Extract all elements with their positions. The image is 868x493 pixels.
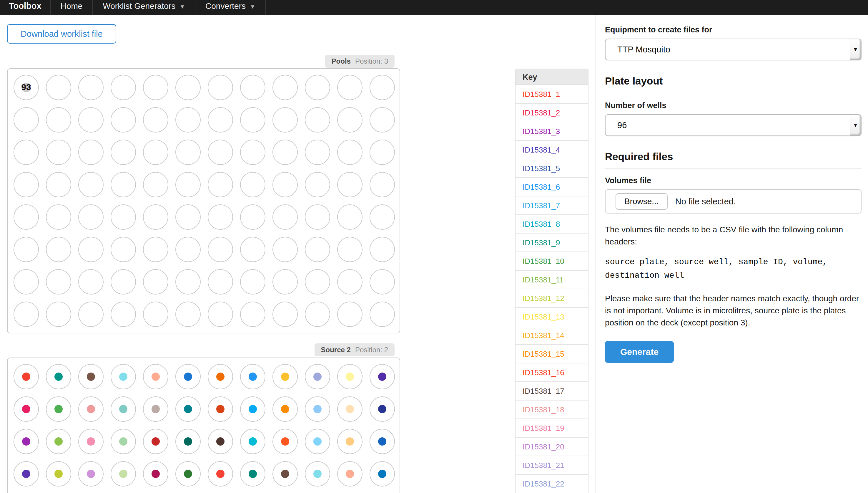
well xyxy=(143,364,168,389)
well xyxy=(337,302,363,327)
well xyxy=(208,396,233,422)
equipment-select[interactable]: TTP Mosquito ▼ xyxy=(605,39,862,60)
pools-plate-label: Pools Position: 3 xyxy=(325,55,394,68)
well xyxy=(175,172,201,197)
well xyxy=(46,107,71,132)
well xyxy=(370,107,395,132)
sample-dot xyxy=(216,372,225,381)
well xyxy=(208,461,233,487)
well xyxy=(175,461,201,487)
key-row: ID15381_1 xyxy=(516,85,588,104)
source-wells xyxy=(8,358,399,492)
well xyxy=(143,461,168,487)
well xyxy=(46,172,71,197)
well xyxy=(305,461,330,487)
key-table-header: Key xyxy=(516,69,588,85)
sample-dot xyxy=(54,405,63,413)
well xyxy=(111,237,136,262)
well xyxy=(370,75,395,100)
sample-dot xyxy=(152,372,160,381)
sample-dot xyxy=(152,405,160,413)
well xyxy=(46,237,71,262)
sample-dot xyxy=(87,372,95,381)
navbar-brand[interactable]: Toolbox xyxy=(0,0,51,15)
well xyxy=(337,107,363,132)
well xyxy=(272,269,298,295)
sample-dot xyxy=(281,470,289,478)
well xyxy=(240,107,266,132)
nav-item-converters[interactable]: Converters ▼ xyxy=(196,0,266,15)
well xyxy=(305,237,330,262)
nav-item-home[interactable]: Home xyxy=(51,0,93,15)
sample-dot xyxy=(119,470,128,478)
well xyxy=(175,237,201,262)
well xyxy=(78,269,104,295)
well xyxy=(14,237,39,262)
sample-dot xyxy=(346,372,354,381)
well xyxy=(240,302,266,327)
sample-dot xyxy=(87,470,95,478)
navbar: Toolbox Home Worklist Generators ▼ Conve… xyxy=(0,0,868,15)
key-row: ID15381_4 xyxy=(516,141,588,159)
well xyxy=(240,205,266,230)
generate-button[interactable]: Generate xyxy=(605,341,674,363)
well xyxy=(272,461,298,487)
well xyxy=(208,75,233,100)
well xyxy=(143,302,168,327)
chevron-down-icon: ▼ xyxy=(853,122,858,128)
well xyxy=(370,429,395,454)
sample-dot xyxy=(54,470,63,478)
well xyxy=(78,205,104,230)
nav-item-label: Worklist Generators xyxy=(103,1,175,11)
well xyxy=(208,237,233,262)
well xyxy=(305,269,330,295)
csv-headers-code: source plate, source well, sample ID, vo… xyxy=(605,255,862,282)
settings-panel: Equipment to create files for TTP Mosqui… xyxy=(605,15,862,363)
well xyxy=(78,237,104,262)
well xyxy=(305,172,330,197)
well xyxy=(208,269,233,295)
well xyxy=(240,461,266,487)
key-row: ID15381_9 xyxy=(516,234,588,252)
well xyxy=(272,205,298,230)
number-of-wells-select[interactable]: 96 ▼ xyxy=(605,114,862,136)
well xyxy=(14,172,39,197)
key-row: ID15381_17 xyxy=(516,382,588,401)
download-worklist-button[interactable]: Download worklist file xyxy=(7,24,116,44)
sample-dot xyxy=(249,372,257,381)
well xyxy=(14,107,39,132)
well xyxy=(370,269,395,295)
sample-dot xyxy=(22,470,30,478)
key-row: ID15381_18 xyxy=(516,401,588,419)
well xyxy=(111,172,136,197)
well xyxy=(208,140,233,165)
well xyxy=(78,302,104,327)
well xyxy=(208,205,233,230)
key-row: ID15381_12 xyxy=(516,289,588,308)
key-row: ID15381_11 xyxy=(516,271,588,289)
well xyxy=(78,172,104,197)
sample-dot xyxy=(313,470,322,478)
well xyxy=(143,75,168,100)
nav-item-label: Converters xyxy=(205,1,246,11)
browse-button[interactable]: Browse... xyxy=(616,193,668,210)
nav-item-worklist-generators[interactable]: Worklist Generators ▼ xyxy=(93,0,196,15)
well xyxy=(208,107,233,132)
well xyxy=(240,237,266,262)
well xyxy=(46,429,71,454)
sample-dot xyxy=(249,437,257,446)
well: 93 xyxy=(14,75,39,100)
well xyxy=(240,429,266,454)
well xyxy=(175,75,201,100)
well xyxy=(305,302,330,327)
volumes-file-input[interactable]: Browse... No file selected. xyxy=(605,189,862,214)
well xyxy=(78,461,104,487)
well xyxy=(78,107,104,132)
well xyxy=(175,396,201,422)
key-row: ID15381_13 xyxy=(516,308,588,326)
well xyxy=(337,364,363,389)
well xyxy=(370,172,395,197)
well xyxy=(305,364,330,389)
key-row: ID15381_6 xyxy=(516,178,588,196)
well xyxy=(175,364,201,389)
